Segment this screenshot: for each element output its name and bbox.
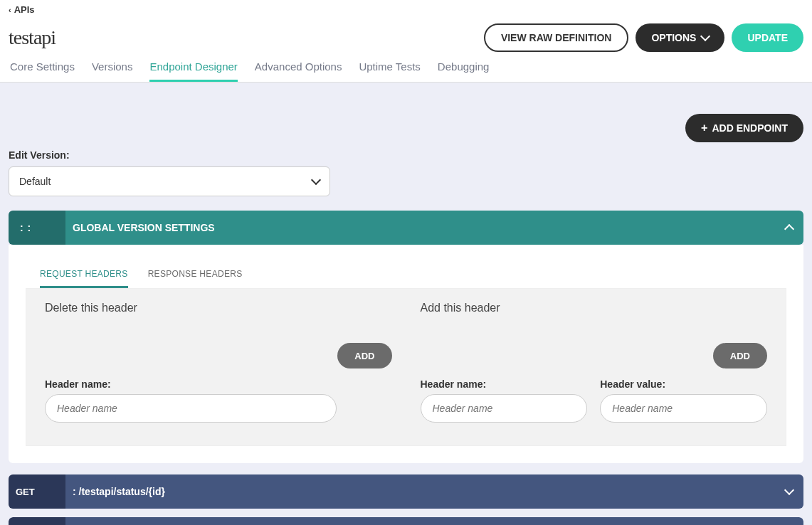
add-header-name-input[interactable] (421, 394, 588, 423)
global-version-panel: : : GLOBAL VERSION SETTINGS REQUEST HEAD… (9, 211, 803, 463)
breadcrumb-label: APIs (14, 4, 35, 15)
top-header: ‹ APIs testapi VIEW RAW DEFINITION OPTIO… (0, 0, 812, 83)
view-raw-button[interactable]: VIEW RAW DEFINITION (484, 23, 629, 52)
chevron-down-icon (700, 31, 710, 41)
add-header-column: Add this header ADD Header name: Header … (421, 302, 768, 423)
tab-core-settings[interactable]: Core Settings (10, 60, 75, 82)
delete-header-column: Delete this header ADD Header name: (45, 302, 392, 423)
global-panel-title: GLOBAL VERSION SETTINGS (65, 211, 775, 245)
chevron-left-icon: ‹ (9, 6, 11, 14)
add-header-value-label: Header value: (600, 378, 767, 390)
endpoint-method: GET (9, 517, 65, 525)
tab-advanced-options[interactable]: Advanced Options (255, 60, 342, 82)
plus-icon: + (701, 122, 707, 134)
delete-header-name-label: Header name: (45, 378, 392, 390)
edit-version-value: Default (19, 176, 51, 187)
endpoint-path: : /testapi/json (65, 517, 775, 525)
endpoint-row: GET : /testapi/status/{id} (9, 474, 803, 509)
endpoint-header[interactable]: GET : /testapi/json (9, 517, 803, 525)
page-title: testapi (9, 26, 56, 49)
toolbar: + ADD ENDPOINT (9, 114, 803, 142)
global-panel-collapse[interactable] (775, 211, 803, 245)
inner-tabs: REQUEST HEADERS RESPONSE HEADERS (26, 262, 786, 289)
tab-uptime-tests[interactable]: Uptime Tests (359, 60, 420, 82)
inner-content: Delete this header ADD Header name: Add … (26, 289, 786, 446)
content-area: + ADD ENDPOINT Edit Version: Default : :… (0, 83, 812, 525)
delete-header-title: Delete this header (45, 302, 392, 314)
endpoint-header[interactable]: GET : /testapi/status/{id} (9, 474, 803, 509)
tab-debugging[interactable]: Debugging (438, 60, 490, 82)
add-endpoint-label: ADD ENDPOINT (712, 122, 788, 134)
add-header-name-label: Header name: (421, 378, 588, 390)
update-label: UPDATE (747, 32, 788, 43)
edit-version-label: Edit Version: (9, 149, 803, 161)
nav-tabs: Core Settings Versions Endpoint Designer… (0, 56, 812, 82)
chevron-up-icon (784, 224, 794, 234)
header-buttons: VIEW RAW DEFINITION OPTIONS UPDATE (484, 23, 803, 52)
edit-version-select[interactable]: Default (9, 166, 330, 196)
chevron-down-icon (311, 175, 321, 185)
breadcrumb[interactable]: ‹ APIs (0, 0, 812, 19)
global-panel-body: REQUEST HEADERS RESPONSE HEADERS Delete … (9, 245, 803, 463)
global-panel-drag[interactable]: : : (9, 211, 65, 245)
global-panel-header: : : GLOBAL VERSION SETTINGS (9, 211, 803, 245)
view-raw-label: VIEW RAW DEFINITION (501, 32, 612, 43)
delete-header-name-input[interactable] (45, 394, 337, 423)
add-header-title: Add this header (421, 302, 768, 314)
tab-endpoint-designer[interactable]: Endpoint Designer (149, 60, 237, 82)
endpoint-row: GET : /testapi/json (9, 517, 803, 525)
endpoint-expand[interactable] (775, 474, 803, 509)
drag-icon: : : (16, 222, 36, 233)
options-button[interactable]: OPTIONS (636, 23, 724, 52)
chevron-down-icon (784, 485, 794, 495)
endpoint-expand[interactable] (775, 517, 803, 525)
add-header-value-input[interactable] (600, 394, 767, 423)
tab-versions[interactable]: Versions (92, 60, 133, 82)
add-header-add-button[interactable]: ADD (713, 343, 767, 368)
endpoint-path: : /testapi/status/{id} (65, 474, 775, 509)
endpoint-method: GET (9, 474, 65, 509)
tab-response-headers[interactable]: RESPONSE HEADERS (148, 262, 243, 288)
update-button[interactable]: UPDATE (732, 23, 803, 52)
options-label: OPTIONS (651, 32, 696, 43)
tab-request-headers[interactable]: REQUEST HEADERS (40, 262, 128, 288)
add-endpoint-button[interactable]: + ADD ENDPOINT (685, 114, 803, 142)
header-main: testapi VIEW RAW DEFINITION OPTIONS UPDA… (0, 19, 812, 56)
delete-header-add-button[interactable]: ADD (337, 343, 391, 368)
